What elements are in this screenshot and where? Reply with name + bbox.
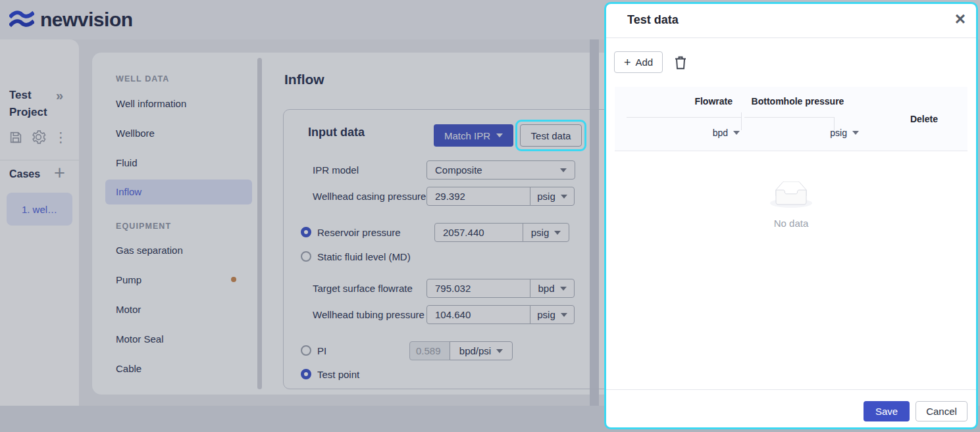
column-divider xyxy=(627,117,742,118)
dialog-footer-divider xyxy=(606,389,976,390)
empty-state: No data xyxy=(606,181,976,229)
test-data-table-header: Flowrate Bottomhole pressure bpd psig De… xyxy=(615,87,967,151)
save-button[interactable]: Save xyxy=(864,401,910,421)
column-divider xyxy=(744,117,834,118)
flowrate-unit-select[interactable]: bpd xyxy=(615,125,740,141)
empty-inbox-icon xyxy=(770,181,812,208)
app-window: newvision Test Project » ⋮ Cases + 1. we… xyxy=(0,0,980,432)
test-data-dialog: Test data × + Add Flowrate Bottomhole pr… xyxy=(604,2,978,429)
unit-label: psig xyxy=(830,128,847,138)
plus-icon: + xyxy=(624,57,631,68)
column-flowrate: Flowrate xyxy=(615,96,733,107)
chevron-down-icon xyxy=(852,131,859,135)
unit-label: bpd xyxy=(713,128,728,138)
dialog-title: Test data xyxy=(627,13,679,27)
chevron-down-icon xyxy=(733,131,740,135)
add-row-button[interactable]: + Add xyxy=(614,51,663,73)
dialog-header-divider xyxy=(606,37,976,38)
no-data-text: No data xyxy=(606,218,976,229)
column-delete: Delete xyxy=(910,87,938,151)
delete-rows-icon[interactable] xyxy=(673,54,688,71)
cancel-button[interactable]: Cancel xyxy=(916,401,967,421)
add-label: Add xyxy=(635,57,653,68)
test-data-highlight-ring xyxy=(515,120,586,151)
column-bottomhole-pressure: Bottomhole pressure xyxy=(742,96,854,107)
bottomhole-pressure-unit-select[interactable]: psig xyxy=(742,125,859,141)
dialog-close-icon[interactable]: × xyxy=(955,8,966,30)
